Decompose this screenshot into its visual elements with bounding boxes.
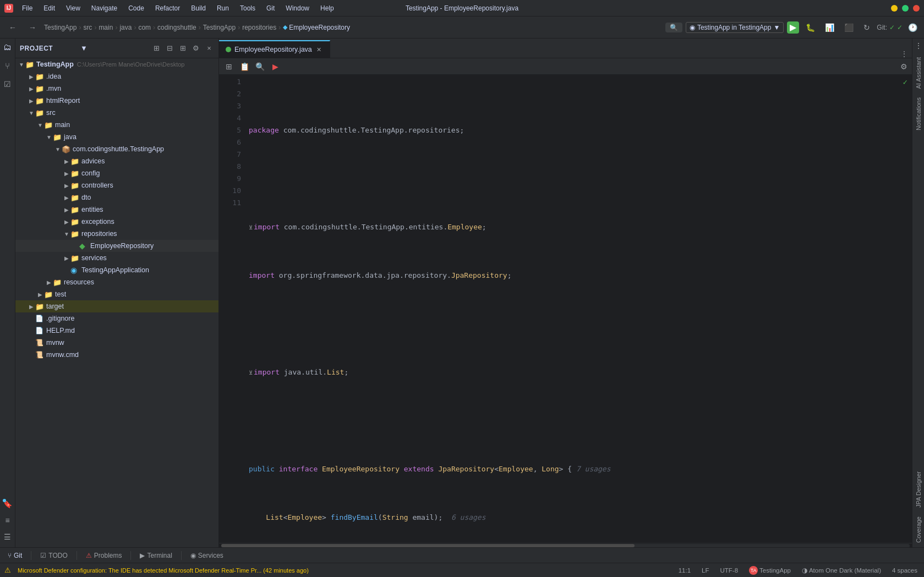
coverage-button[interactable]: 📊 [822,22,838,33]
back-button[interactable]: ← [4,20,21,35]
panel-more-icon[interactable]: ⋮ [914,41,923,51]
menu-code[interactable]: Code [124,3,149,13]
tree-gitignore[interactable]: 📄 .gitignore [15,312,218,325]
menu-file[interactable]: File [18,3,37,13]
bottom-todo-btn[interactable]: ☑ TODO [36,549,72,562]
tree-resources[interactable]: ▶ 📁 resources [15,276,218,288]
tree-advices[interactable]: ▶ 📁 advices [15,155,218,167]
status-warning-text[interactable]: Microsoft Defender configuration: The ID… [13,567,676,574]
menu-help[interactable]: Help [316,3,338,13]
breadcrumb-repositories[interactable]: repositories [242,24,276,31]
coverage-panel[interactable]: Coverage [914,514,923,545]
tree-package[interactable]: ▼ 📦 com.codingshuttle.TestingApp [15,143,218,155]
tree-dto[interactable]: ▶ 📁 dto [15,191,218,204]
tree-root[interactable]: ▼ 📁 TestingApp C:\Users\Prem Mane\OneDri… [15,58,218,70]
tree-help-md[interactable]: 📄 HELP.md [15,325,218,337]
breadcrumb-codingshuttle[interactable]: codingshuttle [157,24,196,31]
menu-build[interactable]: Build [187,3,210,13]
jpa-designer-panel[interactable]: JPA Designer [914,469,923,510]
tab-employee-repository[interactable]: EmployeeRepository.java ✕ [219,40,330,58]
menu-tools[interactable]: Tools [236,3,260,13]
structure-tool-btn[interactable]: ⊞ [223,61,234,72]
tree-config[interactable]: ▶ 📁 config [15,167,218,179]
tab-more-button[interactable]: ⋮ [901,50,907,58]
run-editor-btn[interactable]: ▶ [270,61,281,72]
close-button[interactable]: × [913,5,920,12]
maximize-button[interactable]: □ [902,5,909,12]
bottom-terminal-btn[interactable]: ▶ Terminal [135,549,176,562]
status-avatar[interactable]: TA TestingApp [747,566,793,575]
ai-assistant-panel[interactable]: AI Assistant [914,55,923,91]
tree-exceptions[interactable]: ▶ 📁 exceptions [15,216,218,228]
editor-scrollbar[interactable] [219,543,912,547]
menu-window[interactable]: Window [281,3,314,13]
tab-close-button[interactable]: ✕ [315,46,323,53]
scrollbar-thumb[interactable] [221,544,635,547]
menu-view[interactable]: View [62,3,85,13]
project-view-icon[interactable]: 🗂 [2,41,14,53]
tree-mvn[interactable]: ▶ 📁 .mvn [15,83,218,95]
bottom-services-btn[interactable]: ◉ Services [186,549,228,562]
tree-mvnw[interactable]: 📜 mvnw [15,337,218,349]
code-editor[interactable]: 1 2 3 4 5 6 7 8 9 10 11 package com.codi… [219,75,912,543]
tree-testing-app-application[interactable]: ◉ TestingAppApplication [15,264,218,276]
menu-git[interactable]: Git [262,3,279,13]
sidebar-hide-btn[interactable]: × [204,43,214,53]
status-line-ending[interactable]: LF [699,567,711,574]
sidebar-settings-btn[interactable]: ⚙ [191,43,201,53]
sidebar-collapse-all-btn[interactable]: ⊟ [165,43,174,53]
status-indent[interactable]: 4 spaces [890,567,920,574]
run-button[interactable]: ▶ [787,21,799,34]
breadcrumb-testingapp2[interactable]: TestingApp [203,24,236,31]
forward-button[interactable]: → [24,20,41,35]
notifications-panel[interactable]: Notifications [914,95,923,133]
bottom-git-btn[interactable]: ⑂ Git [3,549,26,562]
minimize-button[interactable]: − [891,5,898,12]
clock-button[interactable]: 🕐 [906,22,920,33]
tree-entities[interactable]: ▶ 📁 entities [15,204,218,216]
search-tool-btn[interactable]: 🔍 [254,61,265,72]
menu-run[interactable]: Run [212,3,233,13]
tree-main[interactable]: ▼ 📁 main [15,119,218,131]
tree-idea[interactable]: ▶ 📁 .idea [15,70,218,83]
tree-mvnw-cmd[interactable]: 📜 mvnw.cmd [15,349,218,361]
tree-java[interactable]: ▼ 📁 java [15,131,218,143]
breadcrumb-java[interactable]: java [119,24,132,31]
breadcrumb-testingapp[interactable]: TestingApp [44,24,76,31]
menu-edit[interactable]: Edit [39,3,59,13]
bookmarks-icon[interactable]: 🔖 [2,498,14,510]
code-content[interactable]: package com.codingshuttle.TestingApp.rep… [247,75,912,543]
tree-test[interactable]: ▶ 📁 test [15,288,218,300]
bottom-problems-btn[interactable]: ⚠ Problems [81,549,127,562]
tree-employee-repository[interactable]: ◆ EmployeeRepository [15,240,218,252]
update-button[interactable]: ↻ [860,22,873,33]
editor-settings-btn[interactable]: ⚙ [900,62,907,71]
structure-icon[interactable]: ≡ [2,514,14,526]
menu-navigate[interactable]: Navigate [87,3,122,13]
debug-button[interactable]: 🐛 [802,22,818,33]
breadcrumb-com[interactable]: com [138,24,151,31]
menu-refactor[interactable]: Refactor [151,3,184,13]
todo-view-icon[interactable]: ☑ [2,78,14,90]
tree-services[interactable]: ▶ 📁 services [15,252,218,264]
commit-view-icon[interactable]: ⑂ [2,59,14,72]
run-config-dropdown[interactable]: ◉ TestingApp in TestingApp ▼ [686,22,784,33]
breadcrumb-employeerepository[interactable]: ◆EmployeeRepository [283,24,350,31]
terminal-icon: ▶ [140,552,145,559]
jpa-explorer-icon[interactable]: ☰ [2,531,14,543]
status-encoding[interactable]: UTF-8 [718,567,740,574]
stop-button[interactable]: ⬛ [841,22,857,33]
search-everywhere[interactable]: 🔍 [665,23,682,32]
breadcrumb-src[interactable]: src [83,24,92,31]
tree-repositories[interactable]: ▼ 📁 repositories [15,228,218,240]
tree-src[interactable]: ▼ 📁 src [15,107,218,119]
status-theme[interactable]: ◑ Atom One Dark (Material) [800,567,883,574]
tree-controllers[interactable]: ▶ 📁 controllers [15,179,218,191]
sidebar-expand-btn[interactable]: ⊞ [178,43,188,53]
tree-htmlreport[interactable]: ▶ 📁 htmlReport [15,95,218,107]
status-position[interactable]: 11:1 [676,567,693,574]
sidebar-layout-btn[interactable]: ⊞ [151,43,161,53]
tree-target[interactable]: ▶ 📁 target [15,300,218,312]
bookmarks-tool-btn[interactable]: 📋 [239,61,250,72]
breadcrumb-main[interactable]: main [99,24,113,31]
